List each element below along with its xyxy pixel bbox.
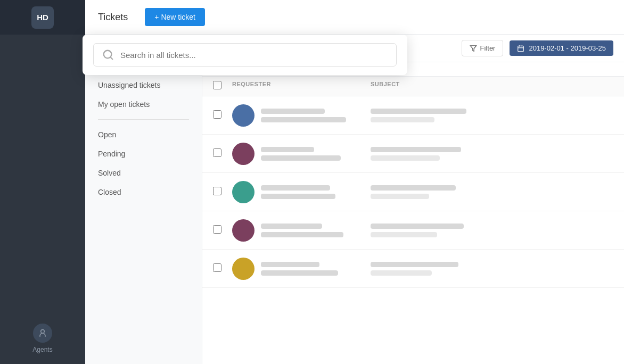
row-checkbox[interactable] <box>213 148 221 157</box>
requester-email-bar <box>261 117 346 122</box>
date-range-label: 2019-02-01 - 2019-03-25 <box>529 44 606 52</box>
col-header-subject: SUBJECT <box>371 81 613 92</box>
requester-name-bar <box>261 147 314 152</box>
right-content: All tickets Filter <box>202 35 624 364</box>
search-input-wrapper <box>93 43 397 67</box>
subject-bar-2 <box>371 194 429 199</box>
row-checkbox-cell <box>213 225 232 236</box>
date-range-button[interactable]: 2019-02-01 - 2019-03-25 <box>510 40 613 56</box>
requester-cell <box>232 258 371 280</box>
avatar <box>232 258 254 280</box>
subject-bar-2 <box>371 270 432 276</box>
row-checkbox-cell <box>213 148 232 159</box>
avatar <box>232 143 254 165</box>
sidebar-item-pending[interactable]: Pending <box>85 144 202 163</box>
select-all-checkbox[interactable] <box>213 81 221 89</box>
filter-icon <box>470 45 477 52</box>
table-header: REQUESTER SUBJECT <box>202 77 624 96</box>
requester-name-bar <box>261 185 330 191</box>
table-row[interactable] <box>202 96 624 135</box>
page-title: Tickets <box>98 12 128 23</box>
svg-line-7 <box>110 57 112 59</box>
sidebar-agents[interactable]: Agents <box>32 324 52 364</box>
filter-label: Filter <box>480 44 496 52</box>
subject-cell <box>371 262 613 276</box>
requester-email-bar <box>261 232 343 237</box>
tickets-table: REQUESTER SUBJECT <box>202 77 624 364</box>
subject-bar-2 <box>371 232 437 237</box>
sidebar-logo: HD <box>0 0 85 35</box>
row-checkbox[interactable] <box>213 110 221 119</box>
requester-name-bar <box>261 109 325 114</box>
requester-cell <box>232 219 371 242</box>
row-checkbox[interactable] <box>213 225 221 234</box>
table-row[interactable] <box>202 135 624 173</box>
search-icon <box>102 49 114 61</box>
requester-info <box>261 109 346 122</box>
requester-email-bar <box>261 194 335 199</box>
logo-badge: HD <box>31 6 54 29</box>
new-ticket-button[interactable]: + New ticket <box>145 8 205 26</box>
svg-point-0 <box>41 329 45 333</box>
subject-bar-2 <box>371 155 440 161</box>
filter-button[interactable]: Filter <box>462 40 504 56</box>
row-checkbox-cell <box>213 110 232 121</box>
subject-cell <box>371 147 613 161</box>
avatar <box>232 181 254 203</box>
row-checkbox-cell <box>213 263 232 274</box>
subject-bar-1 <box>371 147 461 152</box>
col-header-requester: REQUESTER <box>232 81 371 92</box>
requester-email-bar <box>261 270 338 276</box>
subject-bar-1 <box>371 262 458 267</box>
sidebar: HD Agents <box>0 0 85 364</box>
requester-email-bar <box>261 155 341 161</box>
requester-name-bar <box>261 224 322 229</box>
table-row[interactable] <box>202 211 624 250</box>
subject-cell <box>371 109 613 122</box>
requester-name-bar <box>261 262 319 267</box>
body-layout: All tickets Unassigned tickets My open t… <box>85 35 624 364</box>
search-input[interactable] <box>120 51 388 60</box>
table-row[interactable] <box>202 250 624 288</box>
topbar: Tickets + New ticket <box>85 0 624 35</box>
header-checkbox-cell <box>213 81 232 92</box>
subject-cell <box>371 224 613 237</box>
app-shell: HD Agents Tickets + New ticket All ticke… <box>0 0 624 364</box>
svg-rect-2 <box>518 46 524 52</box>
sidebar-item-my-open[interactable]: My open tickets <box>85 95 202 114</box>
nav-divider-2 <box>98 119 189 120</box>
sidebar-item-unassigned[interactable]: Unassigned tickets <box>85 76 202 95</box>
avatar <box>232 104 254 127</box>
sidebar-item-closed[interactable]: Closed <box>85 183 202 202</box>
agents-label: Agents <box>32 346 52 353</box>
avatar <box>232 219 254 242</box>
requester-info <box>261 185 335 199</box>
requester-info <box>261 147 341 161</box>
subject-bar-2 <box>371 117 434 122</box>
subject-bar-1 <box>371 109 466 114</box>
requester-cell <box>232 143 371 165</box>
row-checkbox[interactable] <box>213 187 221 195</box>
requester-info <box>261 224 343 237</box>
row-checkbox[interactable] <box>213 263 221 272</box>
requester-cell <box>232 181 371 203</box>
subject-bar-1 <box>371 185 456 191</box>
left-nav: All tickets Unassigned tickets My open t… <box>85 35 202 364</box>
agents-icon <box>33 324 52 343</box>
sidebar-item-solved[interactable]: Solved <box>85 163 202 183</box>
search-overlay <box>83 35 407 75</box>
row-checkbox-cell <box>213 187 232 197</box>
svg-marker-1 <box>470 45 477 51</box>
sidebar-item-open[interactable]: Open <box>85 125 202 144</box>
table-row[interactable] <box>202 173 624 211</box>
subject-cell <box>371 185 613 199</box>
requester-info <box>261 262 338 276</box>
subject-bar-1 <box>371 224 464 229</box>
requester-cell <box>232 104 371 127</box>
calendar-icon <box>517 45 524 52</box>
